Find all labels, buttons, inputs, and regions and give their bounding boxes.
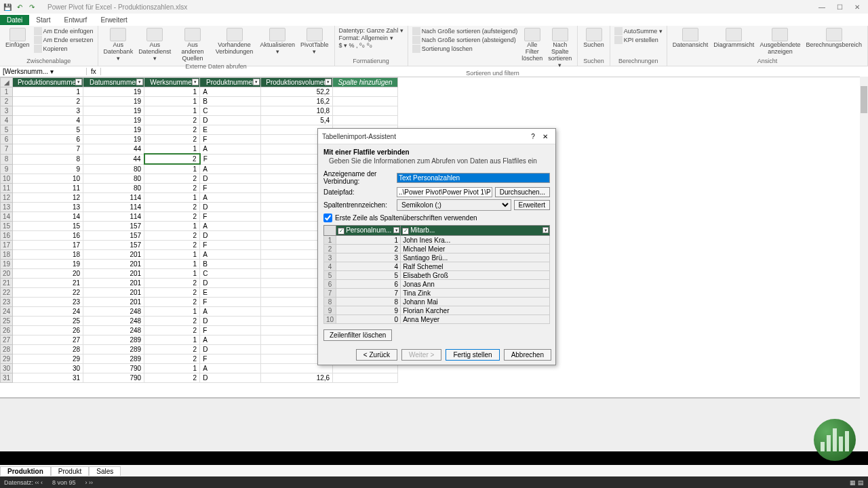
cell[interactable]: 8 [13, 154, 83, 164]
cell[interactable]: 2 [144, 125, 200, 135]
existing-conn-button[interactable]: Vorhandene Verbindungen [213, 27, 256, 56]
data-view-button[interactable]: Datenansicht [671, 27, 710, 49]
cell[interactable]: 5,4 [261, 116, 333, 125]
cell[interactable]: 2 [144, 203, 200, 212]
cell[interactable]: 289 [83, 336, 144, 345]
cell[interactable]: E [200, 125, 261, 135]
row-header[interactable]: 5 [1, 125, 13, 135]
preview-cell[interactable]: 8 [336, 298, 401, 306]
redo-icon[interactable]: ↷ [27, 2, 37, 12]
preview-cell[interactable]: Jonas Ann [401, 280, 550, 289]
sort-desc-button[interactable]: Nach Größe sortieren (absteigend) [412, 36, 518, 44]
vertical-scrollbar[interactable] [860, 77, 868, 451]
cell[interactable]: A [200, 87, 261, 97]
cell[interactable]: 248 [83, 326, 144, 336]
cell[interactable]: A [200, 164, 261, 174]
row-header[interactable]: 8 [1, 154, 13, 164]
cell[interactable]: 22 [13, 288, 83, 298]
find-button[interactable]: Suchen [582, 27, 606, 49]
cell[interactable]: 11 [13, 184, 83, 193]
cell[interactable]: 19 [83, 135, 144, 144]
row-header[interactable]: 31 [1, 373, 13, 383]
cell[interactable]: 6 [13, 135, 83, 144]
row-header[interactable]: 7 [1, 144, 13, 155]
cell[interactable]: 201 [83, 288, 144, 298]
cell[interactable]: F [200, 241, 261, 250]
row-header[interactable]: 10 [1, 174, 13, 184]
cell[interactable]: 1 [144, 164, 200, 174]
replace-button[interactable]: Am Ende ersetzen [34, 36, 94, 44]
preview-cell[interactable]: 6 [336, 280, 401, 289]
preview-cell[interactable]: 2 [336, 245, 401, 253]
chevron-down-icon[interactable]: ▾ [325, 79, 332, 85]
cell[interactable]: 19 [83, 106, 144, 116]
from-dataservice-button[interactable]: Aus Datendienst ▾ [137, 27, 172, 63]
row-header[interactable]: 2 [1, 97, 13, 106]
preview-cell[interactable]: Michael Meier [401, 245, 550, 253]
cell[interactable]: 15 [13, 222, 83, 231]
chevron-down-icon[interactable]: ▾ [542, 227, 549, 233]
minimize-button[interactable]: — [814, 1, 830, 12]
cell[interactable]: 1 [144, 193, 200, 203]
row-header[interactable]: 29 [1, 354, 13, 364]
cell[interactable]: 28 [13, 345, 83, 354]
row-header[interactable]: 14 [1, 212, 13, 222]
maximize-button[interactable]: ☐ [831, 1, 848, 12]
preview-cell[interactable]: Ralf Schemel [401, 262, 550, 271]
cell[interactable]: 1 [144, 260, 200, 269]
cell[interactable]: F [200, 298, 261, 307]
preview-table[interactable]: ✓Personalnum...▾ ✓Mitarb...▾ 11John Ines… [323, 225, 550, 324]
row-header[interactable]: 19 [1, 260, 13, 269]
cell[interactable] [333, 106, 398, 116]
cell[interactable]: 29 [13, 354, 83, 364]
conn-name-input[interactable] [397, 173, 550, 183]
show-hidden-button[interactable]: Ausgeblendete anzeigen [758, 27, 802, 56]
cell[interactable]: 7 [13, 144, 83, 155]
row-header[interactable]: 15 [1, 222, 13, 231]
cell[interactable]: 1 [144, 307, 200, 317]
cell[interactable]: 9 [13, 164, 83, 174]
cell[interactable]: 19 [13, 260, 83, 269]
append-button[interactable]: Am Ende einfügen [34, 27, 94, 35]
preview-cell[interactable]: 1 [336, 236, 401, 245]
chevron-down-icon[interactable]: ▾ [253, 79, 260, 85]
cell[interactable]: 16 [13, 231, 83, 241]
cell[interactable]: D [200, 345, 261, 354]
cell[interactable]: 1 [144, 144, 200, 155]
cell[interactable]: 19 [83, 87, 144, 97]
from-other-button[interactable]: Aus anderen Quellen [175, 27, 210, 63]
record-nav-fwd[interactable]: › ›› [85, 479, 94, 486]
cell[interactable]: 2 [144, 354, 200, 364]
sheet-tab-sales[interactable]: Sales [89, 466, 121, 476]
col-add[interactable]: Spalte hinzufügen [333, 78, 398, 87]
cell[interactable]: 1 [144, 97, 200, 106]
cell[interactable]: B [200, 97, 261, 106]
autosum-button[interactable]: AutoSumme ▾ [614, 27, 663, 35]
cell[interactable]: D [200, 174, 261, 184]
cell[interactable]: E [200, 288, 261, 298]
cell[interactable]: 14 [13, 212, 83, 222]
cell[interactable]: 5 [13, 125, 83, 135]
sort-asc-button[interactable]: Nach Größe sortieren (aufsteigend) [412, 27, 518, 35]
tab-datei[interactable]: Datei [0, 15, 29, 25]
cell[interactable]: 52,2 [261, 87, 333, 97]
pivottable-button[interactable]: PivotTable ▾ [299, 27, 330, 56]
kpi-button[interactable]: KPI erstellen [614, 36, 663, 44]
row-header[interactable]: 17 [1, 241, 13, 250]
col-produktnummer[interactable]: Produktnummer▾ [200, 78, 261, 87]
separator-select[interactable]: Semikolon (;) [397, 199, 511, 211]
checkbox-icon[interactable]: ✓ [402, 228, 409, 235]
cell[interactable] [333, 97, 398, 106]
cell[interactable]: F [200, 326, 261, 336]
preview-cell[interactable]: Florian Karcher [401, 306, 550, 315]
cell[interactable]: 114 [83, 203, 144, 212]
sort-by-column-button[interactable]: Nach Spalte sortieren ▾ [547, 27, 573, 70]
cell[interactable]: 80 [83, 164, 144, 174]
cell[interactable]: 2 [144, 345, 200, 354]
preview-cell[interactable]: Anna Meyer [401, 315, 550, 324]
clear-row-filter-button[interactable]: Zeilenfilter löschen [323, 329, 392, 341]
sheet-tab-produktion[interactable]: Produktion [0, 466, 51, 476]
cell[interactable]: 4 [13, 116, 83, 125]
cell[interactable]: 26 [13, 326, 83, 336]
tab-entwurf[interactable]: Entwurf [57, 15, 94, 25]
